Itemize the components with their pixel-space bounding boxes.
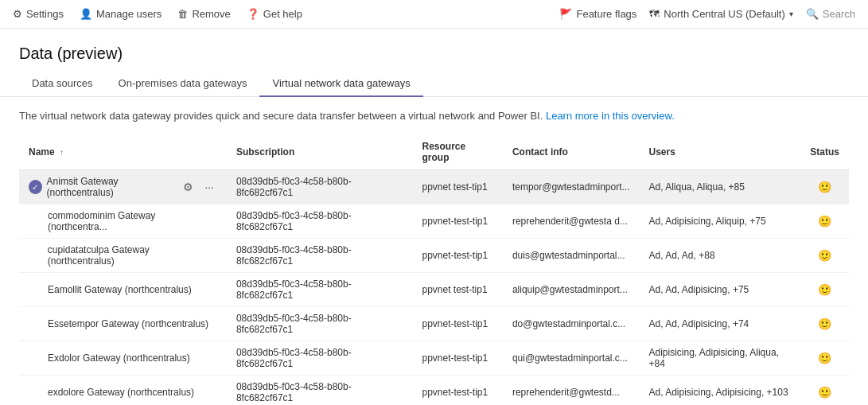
table-row[interactable]: exdolore Gateway (northcentralus)08d39db… [19, 376, 849, 406]
search-area[interactable]: 🔍 Search [806, 8, 855, 20]
contact-info-cell: tempor@gwtestadminport... [503, 170, 640, 204]
status-cell: 🙂 [800, 239, 849, 273]
contact-info-cell: duis@gwtestadminportal... [503, 239, 640, 273]
status-ok-icon: 🙂 [818, 283, 831, 296]
gateway-name: Essetempor Gateway (northcentralus) [48, 318, 208, 329]
col-header-name[interactable]: Name ↑ [19, 134, 227, 170]
feature-flags-button[interactable]: 🚩 Feature flags [559, 8, 636, 20]
contact-info-cell: reprehenderit@gwtesta d... [503, 204, 640, 239]
gateway-name: Exdolor Gateway (northcentralus) [48, 352, 190, 364]
table-row[interactable]: Essetempor Gateway (northcentralus)08d39… [19, 307, 849, 341]
tab-on-premises[interactable]: On-premises data gateways [106, 71, 260, 97]
users-cell: Ad, Adipisicing, Aliquip, +75 [639, 204, 800, 239]
gateway-name: Animsit Gateway (northcentralus) [47, 176, 177, 198]
tab-bar: Data sources On-premises data gateways V… [0, 71, 868, 97]
col-header-users: Users [639, 134, 800, 170]
subscription-cell: 08d39db5-f0c3-4c58-b80b-8fc682cf67c1 [227, 273, 413, 307]
resource-group-cell: ppvnet-test-tip1 [413, 376, 503, 406]
subscription-cell: 08d39db5-f0c3-4c58-b80b-8fc682cf67c1 [227, 341, 413, 376]
contact-info-cell: aliquip@gwtestadminport... [503, 273, 640, 307]
manage-users-button[interactable]: 👤 Manage users [80, 8, 162, 20]
chevron-down-icon: ▾ [789, 10, 793, 18]
name-cell: Essetempor Gateway (northcentralus) [29, 318, 217, 329]
topbar-actions: ⚙ Settings 👤 Manage users 🗑 Remove ❓ Get… [13, 8, 302, 20]
selected-check-icon: ✓ [29, 180, 42, 194]
settings-button[interactable]: ⚙ Settings [13, 8, 64, 20]
table-body: ✓Animsit Gateway (northcentralus)⚙···08d… [19, 170, 849, 406]
search-icon: 🔍 [806, 8, 819, 20]
col-header-status: Status [800, 134, 849, 170]
users-cell: Ad, Ad, Adipisicing, +75 [639, 273, 800, 307]
name-cell: commodominim Gateway (northcentra... [29, 210, 217, 232]
get-help-button[interactable]: ❓ Get help [247, 8, 302, 20]
status-cell: 🙂 [800, 170, 849, 204]
row-more-button[interactable]: ··· [201, 179, 217, 195]
gateway-name: exdolore Gateway (northcentralus) [48, 387, 194, 398]
page-title: Data (preview) [0, 29, 868, 71]
table-row[interactable]: ✓Animsit Gateway (northcentralus)⚙···08d… [19, 170, 849, 204]
sort-arrow-name: ↑ [60, 148, 64, 157]
remove-button[interactable]: 🗑 Remove [177, 8, 230, 20]
learn-more-link[interactable]: Learn more in this overview. [546, 110, 675, 122]
resource-group-cell: ppvnet-test-tip1 [413, 307, 503, 341]
subscription-cell: 08d39db5-f0c3-4c58-b80b-8fc682cf67c1 [227, 170, 413, 204]
resource-group-cell: ppvnet-test-tip1 [413, 239, 503, 273]
name-cell: Eamollit Gateway (northcentralus) [29, 284, 217, 295]
subscription-cell: 08d39db5-f0c3-4c58-b80b-8fc682cf67c1 [227, 204, 413, 239]
subscription-cell: 08d39db5-f0c3-4c58-b80b-8fc682cf67c1 [227, 239, 413, 273]
resource-group-cell: ppvnet-test-tip1 [413, 341, 503, 376]
col-header-subscription: Subscription [227, 134, 413, 170]
contact-info-cell: do@gwtestadminportal.c... [503, 307, 640, 341]
status-ok-icon: 🙂 [818, 181, 831, 193]
resource-group-cell: ppvnet test-tip1 [413, 273, 503, 307]
status-ok-icon: 🙂 [818, 249, 831, 262]
resource-group-cell: ppvnet test-tip1 [413, 170, 503, 204]
status-cell: 🙂 [800, 204, 849, 239]
subscription-cell: 08d39db5-f0c3-4c58-b80b-8fc682cf67c1 [227, 307, 413, 341]
table-row[interactable]: Exdolor Gateway (northcentralus)08d39db5… [19, 341, 849, 376]
contact-info-cell: reprehenderit@gwtestd... [503, 376, 640, 406]
table-container: Name ↑ Subscription Resource group Conta… [0, 134, 868, 405]
gateway-name: cupidatatculpa Gateway (northcentralus) [48, 244, 217, 267]
table-header-row: Name ↑ Subscription Resource group Conta… [19, 134, 849, 170]
users-cell: Adipisicing, Adipisicing, Aliqua, +84 [639, 341, 800, 376]
subscription-cell: 08d39db5-f0c3-4c58-b80b-8fc682cf67c1 [227, 376, 413, 406]
status-cell: 🙂 [800, 341, 849, 376]
users-cell: Ad, Ad, Adipisicing, +74 [639, 307, 800, 341]
remove-icon: 🗑 [177, 8, 188, 20]
users-cell: Ad, Aliqua, Aliqua, +85 [639, 170, 800, 204]
table-row[interactable]: Eamollit Gateway (northcentralus)08d39db… [19, 273, 849, 307]
table-row[interactable]: commodominim Gateway (northcentra...08d3… [19, 204, 849, 239]
status-ok-icon: 🙂 [818, 317, 831, 330]
gateways-table: Name ↑ Subscription Resource group Conta… [19, 134, 849, 405]
tab-data-sources[interactable]: Data sources [19, 71, 106, 97]
topbar: ⚙ Settings 👤 Manage users 🗑 Remove ❓ Get… [0, 0, 868, 29]
row-settings-button[interactable]: ⚙ [180, 179, 197, 195]
resource-group-cell: ppvnet-test-tip1 [413, 204, 503, 239]
gateway-name: commodominim Gateway (northcentra... [48, 210, 217, 232]
col-header-resource-group: Resource group [413, 134, 503, 170]
region-icon: 🗺 [649, 8, 660, 20]
name-cell: ✓Animsit Gateway (northcentralus)⚙··· [29, 176, 217, 198]
users-cell: Ad, Ad, Ad, +88 [639, 239, 800, 273]
help-icon: ❓ [247, 8, 259, 20]
manage-users-icon: 👤 [80, 8, 92, 20]
tab-virtual-network[interactable]: Virtual network data gateways [259, 71, 422, 97]
users-cell: Ad, Adipisicing, Adipisicing, +103 [639, 376, 800, 406]
description: The virtual network data gateway provide… [0, 97, 868, 134]
gateway-name: Eamollit Gateway (northcentralus) [48, 284, 192, 295]
name-cell: Exdolor Gateway (northcentralus) [29, 352, 217, 364]
region-selector[interactable]: 🗺 North Central US (Default) ▾ [649, 8, 792, 20]
status-ok-icon: 🙂 [818, 386, 831, 399]
status-cell: 🙂 [800, 307, 849, 341]
contact-info-cell: qui@gwtestadminportal.c... [503, 341, 640, 376]
table-row[interactable]: cupidatatculpa Gateway (northcentralus)0… [19, 239, 849, 273]
status-cell: 🙂 [800, 376, 849, 406]
flag-icon: 🚩 [559, 8, 572, 20]
row-actions: ⚙··· [180, 179, 217, 195]
col-header-contact: Contact info [503, 134, 640, 170]
name-cell: exdolore Gateway (northcentralus) [29, 387, 217, 398]
settings-icon: ⚙ [13, 8, 22, 20]
status-cell: 🙂 [800, 273, 849, 307]
topbar-right: 🚩 Feature flags 🗺 North Central US (Defa… [559, 8, 855, 20]
